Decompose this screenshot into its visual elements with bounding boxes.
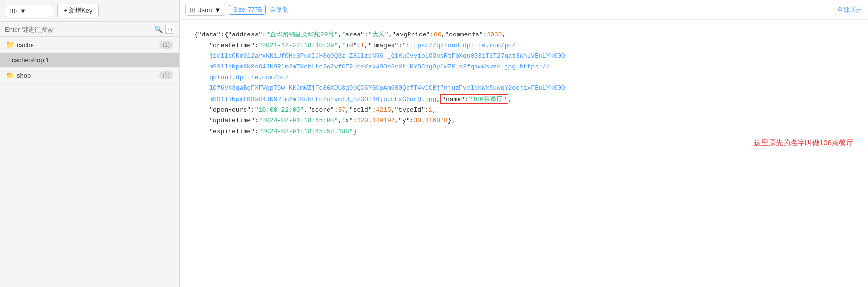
- search-bar: 🔍 □: [0, 22, 179, 37]
- json-content: {"data":{"address":"金华路锦昌文华苑29号","area":…: [180, 20, 868, 287]
- key-group-count: (1): [159, 41, 173, 49]
- format-label: Json: [198, 6, 212, 14]
- sidebar-toolbar: B0 ▼ + 新增Key: [0, 0, 179, 22]
- key-group-shop[interactable]: 📁 shop (1): [0, 68, 179, 84]
- content-toolbar: ⊞ Json ▼ Size: 777B 自复制 全部展开: [180, 0, 868, 20]
- key-item-name: cache:shop:1: [12, 56, 173, 64]
- key-group-shop-count: (1): [159, 71, 173, 79]
- chevron-down-icon: ▼: [20, 7, 26, 15]
- db-select[interactable]: B0 ▼: [5, 5, 53, 17]
- sidebar: B0 ▼ + 新增Key 🔍 □ 📁 cache (1) cache:shop:…: [0, 0, 180, 287]
- view-all-button[interactable]: 全部展开: [837, 5, 862, 14]
- size-badge: Size: 777B: [229, 5, 266, 15]
- key-item-cache-shop-1[interactable]: cache:shop:1: [0, 53, 179, 68]
- search-icon[interactable]: 🔍: [154, 25, 163, 33]
- format-chevron-icon: ▼: [214, 6, 221, 14]
- annotation-text: 这里原先的名字叫做106茶餐厅: [754, 136, 853, 149]
- search-input[interactable]: [5, 26, 151, 33]
- copy-button[interactable]: 自复制: [270, 5, 289, 14]
- format-icon: ⊞: [190, 6, 196, 14]
- format-select[interactable]: ⊞ Json ▼: [185, 4, 225, 16]
- json-body: {"data":{"address":"金华路锦昌文华苑29号","area":…: [194, 30, 853, 137]
- key-list: 📁 cache (1) cache:shop:1 📁 shop (1): [0, 37, 179, 287]
- key-group-cache[interactable]: 📁 cache (1): [0, 37, 179, 53]
- folder-icon: 📁: [6, 41, 14, 49]
- filter-icon[interactable]: □: [165, 25, 174, 34]
- folder-icon-shop: 📁: [6, 71, 14, 79]
- key-group-shop-name: shop: [17, 72, 159, 79]
- add-key-button[interactable]: + 新增Key: [57, 4, 99, 17]
- db-label: B0: [9, 7, 17, 15]
- main-content: ⊞ Json ▼ Size: 777B 自复制 全部展开 {"data":{"a…: [180, 0, 868, 287]
- name-highlight: "name":"106茶餐厅": [440, 94, 508, 104]
- key-group-name: cache: [17, 41, 159, 49]
